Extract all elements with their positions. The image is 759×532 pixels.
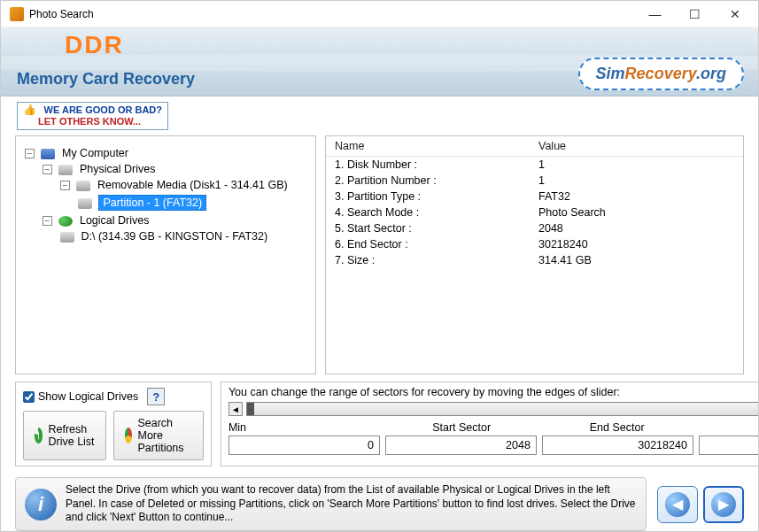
prop-name: 7. Size : [335,254,538,266]
main-area: − My Computer − Physical Drives − [1,132,758,380]
drive-icon [76,181,90,191]
col-name: Name [335,140,538,152]
logical-icon [58,216,73,227]
start-input[interactable] [385,436,537,455]
col-value: Value [538,140,566,152]
computer-icon [41,149,55,159]
prop-value: 2048 [538,222,563,235]
end-input[interactable] [542,436,693,455]
maximize-button[interactable]: ☐ [675,2,715,27]
info-text: Select the Drive (from which you want to… [66,483,637,525]
refresh-label: Refresh Drive List [48,423,94,448]
brand-link[interactable]: SimRecovery.org [578,58,744,90]
end-label: End Sector [539,421,695,434]
logo-text: DDR [65,31,124,59]
show-logical-label: Show Logical Drives [38,390,138,403]
drive-icon [78,198,92,209]
controls-row: Show Logical Drives ? Refresh Drive List… [1,380,758,472]
footer: i Select the Drive (from which you want … [1,472,758,532]
app-subtitle: Memory Card Recovery [17,70,195,89]
refresh-icon [35,428,43,443]
prop-value: FAT32 [538,190,570,203]
brand-org: .org [696,65,726,82]
drive-tree-panel: − My Computer − Physical Drives − [15,135,316,374]
rating-button[interactable]: 👍 WE ARE GOOD OR BAD? 👍 LET OTHERS KNOW.… [17,102,168,130]
tree-drive-d[interactable]: D:\ (314.39 GB - KINGSTON - FAT32) [81,230,267,243]
close-button[interactable]: ✕ [715,2,755,27]
rating-line2: LET OTHERS KNOW... [38,116,141,127]
prop-name: 3. Partition Type : [335,190,538,203]
properties-body: 1. Disk Number :12. Partition Number :13… [326,157,743,374]
tree-removable[interactable]: Removable Media (Disk1 - 314.41 GB) [97,179,288,191]
prop-name: 4. Search Mode : [335,206,538,219]
search-more-label: Search More Partitions [137,417,191,454]
refresh-drive-button[interactable]: Refresh Drive List [23,411,106,460]
drive-icon [58,165,73,175]
rating-strip: 👍 WE ARE GOOD OR BAD? 👍 LET OTHERS KNOW.… [1,96,758,132]
tree-toggle[interactable]: − [43,216,52,226]
property-row: 5. Start Sector :2048 [326,220,743,236]
sector-controls: You can change the range of sectors for … [221,382,759,466]
prop-value: Photo Search [538,206,606,219]
info-icon: i [25,489,57,520]
prop-value: 1 [538,158,545,171]
tree-toggle[interactable]: − [60,181,70,190]
window-title: Photo Search [29,8,635,20]
title-bar: Photo Search — ☐ ✕ [1,1,758,27]
start-label: Start Sector [383,421,539,434]
arrow-right-icon: ▶ [711,492,736,517]
tree-physical[interactable]: Physical Drives [80,163,155,175]
help-button[interactable]: ? [147,388,165,405]
min-input[interactable] [228,436,380,455]
sector-slider[interactable] [246,402,759,416]
prop-name: 6. End Sector : [335,238,538,251]
drive-icon [60,232,74,243]
thumb-up-icon: 👍 [23,104,36,116]
slider-left-button[interactable]: ◄ [228,402,243,416]
property-row: 3. Partition Type :FAT32 [326,189,743,204]
app-icon [10,7,24,21]
prop-name: 2. Partition Number : [335,174,538,187]
back-button[interactable]: ◀ [657,486,698,523]
show-logical-checkbox[interactable] [23,391,35,403]
property-row: 7. Size :314.41 GB [326,252,743,268]
brand-sim: Sim [596,65,625,82]
left-controls: Show Logical Drives ? Refresh Drive List… [15,382,212,466]
property-row: 1. Disk Number :1 [326,157,743,173]
drive-tree[interactable]: − My Computer − Physical Drives − [21,147,310,243]
minimize-button[interactable]: — [635,2,675,27]
search-more-button[interactable]: Search More Partitions [113,411,204,460]
properties-panel: Name Value 1. Disk Number :12. Partition… [325,135,744,374]
max-label: Max [694,421,759,434]
min-label: Min [228,421,384,434]
prop-name: 1. Disk Number : [335,158,538,171]
property-row: 4. Search Mode :Photo Search [326,204,743,220]
rating-line1: WE ARE GOOD OR BAD? [44,104,162,115]
tree-toggle[interactable]: − [25,149,35,158]
brand-recovery: Recovery [625,65,696,82]
info-panel: i Select the Drive (from which you want … [15,477,647,531]
sector-message: You can change the range of sectors for … [228,386,759,398]
prop-value: 1 [538,174,545,187]
property-row: 2. Partition Number :1 [326,173,743,189]
header-banner: DDR Memory Card Recovery SimRecovery.org [1,27,758,96]
partition-icon [125,428,133,443]
prop-value: 30218240 [538,238,588,251]
nav-buttons: ◀ ▶ [657,486,744,523]
tree-logical[interactable]: Logical Drives [80,214,150,227]
properties-header: Name Value [326,136,743,157]
tree-root[interactable]: My Computer [62,147,128,159]
tree-partition-selected[interactable]: Partition - 1 (FAT32) [98,195,206,211]
max-input[interactable] [699,436,759,455]
prop-name: 5. Start Sector : [335,222,538,235]
prop-value: 314.41 GB [538,254,592,266]
property-row: 6. End Sector :30218240 [326,236,743,252]
arrow-left-icon: ◀ [665,492,690,517]
next-button[interactable]: ▶ [703,486,744,523]
tree-toggle[interactable]: − [43,165,52,174]
